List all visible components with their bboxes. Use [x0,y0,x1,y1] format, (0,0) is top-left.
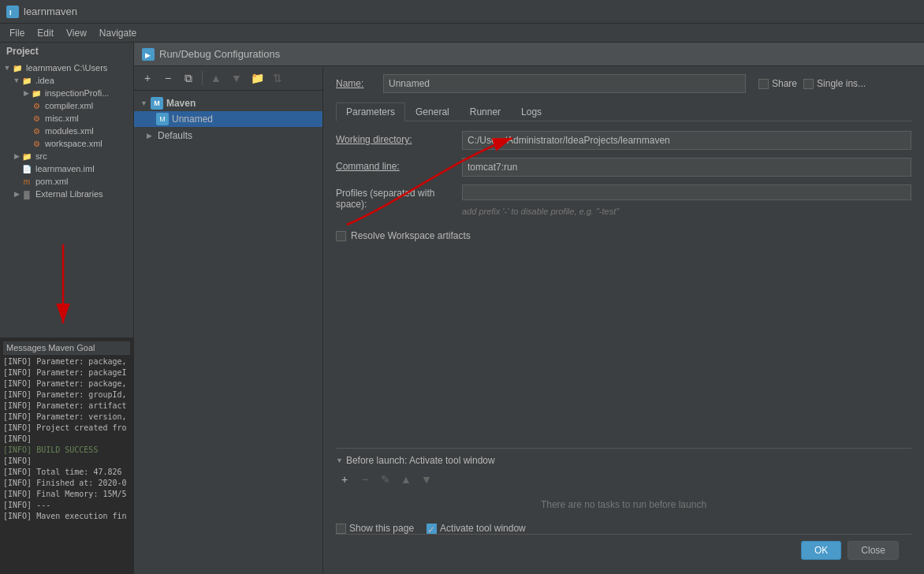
config-group-maven: ▼ M Maven M Unnamed [134,95,322,127]
log-line-6: [INFO] Parameter: version, [3,412,130,423]
menu-navigate[interactable]: Navigate [93,26,143,40]
before-launch-section: ▼ Before launch: Activate tool window + … [336,448,911,534]
before-launch-checkboxes: Show this page ✓ Activate tool window [336,523,911,534]
tab-logs[interactable]: Logs [511,102,552,121]
before-launch-down[interactable]: ▼ [418,471,435,488]
single-instance-checkbox[interactable] [803,79,814,89]
before-launch-edit[interactable]: ✎ [377,471,394,488]
config-item-unnamed[interactable]: M Unnamed [134,111,322,127]
before-launch-toolbar: + − ✎ ▲ ▼ [336,471,911,488]
tree-label-inspection: inspectionProfi... [45,88,109,98]
svg-text:I: I [9,9,12,17]
tree-item-src[interactable]: ▶ 📁 src [0,150,133,162]
name-row: Name: Share Single ins... [336,74,911,93]
iml-icon: 📄 [20,163,33,174]
folder-icon-inspection: 📁 [30,88,43,99]
log-line-7: [INFO] Project created fro [3,423,130,434]
tree-item-misc[interactable]: ⚙ misc.xml [0,112,133,125]
move-down-button[interactable]: ▼ [228,69,245,87]
tab-general[interactable]: General [405,102,460,121]
pom-icon: m [20,176,33,187]
copy-config-button[interactable]: ⧉ [180,69,197,87]
show-page-label[interactable]: Show this page [336,523,414,534]
single-instance-label[interactable]: Single ins... [803,78,866,89]
tabs-bar: Parameters General Runner Logs [336,102,911,121]
folder-icon-idea: 📁 [20,75,33,86]
tree-label-idea: .idea [35,76,54,85]
log-line-1: [INFO] Parameter: package, [3,356,130,367]
xml-icon-compiler: ⚙ [30,100,43,111]
dialog-buttons: OK Close [336,534,911,566]
menu-edit[interactable]: Edit [31,26,60,40]
log-line-8: [INFO] [3,434,130,445]
config-defaults[interactable]: ▶ Defaults [134,129,322,143]
menu-file[interactable]: File [3,26,31,40]
config-tree: + − ⧉ ▲ ▼ 📁 ⇅ ▼ M [134,66,323,574]
activate-tool-checkbox[interactable]: ✓ [427,524,437,534]
svg-text:▶: ▶ [145,51,151,59]
folder-button[interactable]: 📁 [248,69,266,87]
spacer [336,241,911,448]
sidebar-project-label: Project [0,43,133,60]
tree-item-idea[interactable]: ▼ 📁 .idea [0,74,133,87]
tree-arrow-src: ▶ [13,152,20,160]
name-input[interactable] [383,74,746,93]
share-checkbox-label[interactable]: Share [758,78,797,89]
tab-parameters[interactable]: Parameters [336,102,405,121]
log-line-success: [INFO] BUILD SUCCESS [3,445,130,456]
before-launch-remove[interactable]: − [356,471,374,488]
defaults-arrow: ▶ [145,132,153,140]
maven-group-icon: M [151,97,163,110]
log-line-14: [INFO] Maven execution fin [3,511,130,522]
maven-group-label: Maven [166,98,196,109]
ide-icon: I [6,6,19,18]
tree-item-learnmaven[interactable]: ▼ 📁 learnmaven C:\Users [0,62,133,74]
menu-view[interactable]: View [60,26,93,40]
before-launch-add[interactable]: + [336,471,353,488]
move-up-button[interactable]: ▲ [207,69,225,87]
activate-tool-text: Activate tool window [440,523,526,534]
log-line-9: [INFO] [3,456,130,467]
tree-label-src: src [35,151,47,161]
share-checkbox[interactable] [758,79,769,89]
sort-button[interactable]: ⇅ [269,69,286,87]
resolve-workspace-checkbox[interactable] [336,231,346,241]
profiles-input[interactable] [462,184,911,200]
show-page-checkbox[interactable] [336,524,346,534]
tree-item-compiler[interactable]: ⚙ compiler.xml [0,99,133,112]
tree-item-modules[interactable]: ⚙ modules.xml [0,125,133,137]
tree-item-workspace[interactable]: ⚙ workspace.xml [0,137,133,150]
share-row: Share Single ins... [758,78,866,89]
config-tree-items: ▼ M Maven M Unnamed ▶ Defaults [134,91,322,574]
messages-header: Messages Maven Goal [3,341,130,355]
sidebar: Project ▼ 📁 learnmaven C:\Users ▼ 📁 .ide… [0,43,134,574]
add-config-button[interactable]: + [139,69,156,87]
remove-config-button[interactable]: − [159,69,177,87]
profiles-field-container: add prefix '-' to disable profile, e.g. … [462,184,911,216]
group-arrow-maven: ▼ [140,99,147,107]
tree-item-extlibs[interactable]: ▶ ▓ External Libraries [0,188,133,200]
tree-arrow-inspection: ▶ [22,89,30,97]
config-group-maven-header[interactable]: ▼ M Maven [134,95,322,111]
tree-item-iml[interactable]: 📄 learnmaven.iml [0,162,133,175]
ide-title: learnmaven [24,6,77,17]
tree-item-pom[interactable]: m pom.xml [0,175,133,188]
ok-button[interactable]: OK [801,541,841,560]
before-launch-up[interactable]: ▲ [397,471,415,488]
toolbar-separator-1 [202,71,203,85]
config-tree-toolbar: + − ⧉ ▲ ▼ 📁 ⇅ [134,66,322,91]
tree-item-inspection[interactable]: ▶ 📁 inspectionProfi... [0,87,133,99]
project-tree[interactable]: ▼ 📁 learnmaven C:\Users ▼ 📁 .idea ▶ 📁 in… [0,60,133,337]
tab-runner[interactable]: Runner [460,102,511,121]
log-line-5: [INFO] Parameter: artifact [3,401,130,412]
activate-tool-label[interactable]: ✓ Activate tool window [427,523,526,534]
dialog-icon: ▶ [142,48,155,61]
tree-label-modules: modules.xml [45,126,94,136]
command-line-value: tomcat7:run [462,158,911,177]
before-launch-header[interactable]: ▼ Before launch: Activate tool window [336,455,911,466]
folder-icon-src: 📁 [20,151,33,162]
close-button[interactable]: Close [848,541,899,560]
profiles-row: Profiles (separated with space): add pre… [336,184,911,216]
command-line-label: Command line: [336,158,462,172]
xml-icon-modules: ⚙ [30,125,43,136]
